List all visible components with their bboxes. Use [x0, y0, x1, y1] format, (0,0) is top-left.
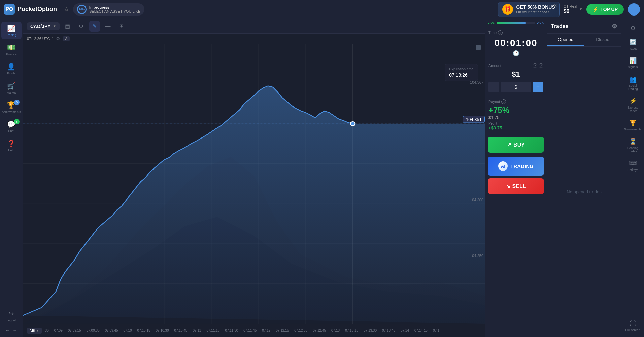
next-arrow-icon[interactable]: → [13, 328, 18, 333]
asset-dropdown-icon: ▼ [53, 24, 56, 28]
left-sidebar: 📈 Trading 💵 Finance 👤 Profile 🛒 Market 🏆… [0, 19, 23, 337]
time-tick-11: 07:11:30 [223, 329, 240, 332]
payout-progress: 75% 25% [485, 19, 547, 27]
asset-selector[interactable]: CAD/JPY ▼ [27, 22, 60, 30]
chart-bar-icon[interactable]: ▤ [62, 21, 73, 32]
rs-item-settings[interactable]: ⚙ [623, 22, 643, 34]
logout-button[interactable]: ↪ Logout [1, 307, 22, 325]
topup-button[interactable]: ⚡ TOP UP [586, 4, 624, 15]
trades-settings-icon[interactable]: ⚙ [612, 23, 617, 30]
chart-nav-arrows: ← → [4, 326, 19, 334]
trades-title: Trades [551, 23, 569, 29]
timeframe-selector[interactable]: M6 ▼ [27, 328, 42, 334]
sell-button[interactable]: ↘ SELL [488, 178, 544, 194]
chart-grid-icon[interactable]: ⊞ [116, 21, 127, 32]
rs-item-signals[interactable]: 📊 Signals [623, 54, 643, 71]
payout-pct-right: 25% [537, 21, 544, 25]
payout-pct-left: 75% [488, 21, 495, 25]
sidebar-item-profile[interactable]: 👤 Profile [1, 60, 22, 78]
price-level-low: 104.250 [470, 254, 483, 258]
chart-area: CAD/JPY ▼ ▤ ⚙ ✎ — ⊞ 07:12:26 UTC-4 ⚙ A [23, 19, 485, 337]
payout-info-icon[interactable]: ? [501, 99, 506, 104]
chart-minus-icon[interactable]: — [103, 21, 113, 32]
time-section: Time ? 00:01:00 🕐 [485, 27, 547, 60]
timeframe-dropdown-icon: ▼ [36, 329, 39, 332]
chart-sliders-icon[interactable]: ⚙ [76, 21, 87, 32]
dropdown-arrow-icon[interactable]: ▼ [579, 7, 582, 11]
rs-item-trades[interactable]: 🔄 Trades [623, 36, 643, 53]
rs-settings-icon: ⚙ [630, 24, 636, 32]
ai-icon: AI [498, 161, 508, 171]
sell-arrow-icon: ↘ [506, 183, 510, 189]
price-level-mid: 104.300 [470, 198, 483, 202]
rs-item-hotkeys[interactable]: ⌨ Hotkeys [623, 157, 643, 174]
chart-time: 07:12:26 UTC-4 [27, 37, 53, 41]
sidebar-item-market[interactable]: 🛒 Market [1, 79, 22, 97]
timer-display: 00:01:00 [488, 36, 543, 50]
amount-reset-icon[interactable]: ↺ [539, 63, 543, 68]
account-info[interactable]: QT Real $0 ▼ [564, 4, 583, 14]
trades-empty-msg: No opened trades [547, 47, 621, 337]
rs-item-express-trades[interactable]: ⚡ Express Trades [623, 95, 643, 115]
payout-percent: +75% [488, 105, 543, 115]
avatar[interactable] [628, 3, 640, 16]
time-tick-5: 07:10 [122, 329, 134, 332]
time-tick-23: 07:1 [431, 329, 441, 332]
profit-label: Profit [488, 121, 543, 125]
ai-trading-button[interactable]: AI TRADING [488, 157, 544, 176]
sidebar-item-help[interactable]: ❓ Help [1, 137, 22, 155]
right-sidebar: ⚙ 🔄 Trades 📊 Signals 👥 Social Trading ⚡ … [621, 19, 644, 337]
payout-progress-bar [497, 22, 535, 24]
chart-settings-icon[interactable]: ⚙ [56, 36, 60, 41]
time-tick-22: 07:14:15 [412, 329, 430, 332]
progress-circle: 20% [77, 5, 87, 14]
progress-info: 20% In progress: SELECT AN ASSET YOU LIK… [73, 3, 144, 16]
profile-icon: 👤 [7, 63, 15, 71]
current-price-label: 104.351 [463, 116, 485, 123]
tab-closed[interactable]: Closed [584, 34, 621, 46]
chart-canvas: 104.367 104.300 104.250 104.351 Expirati… [23, 44, 485, 324]
sidebar-item-achievements[interactable]: 🏆 Achievements 0 [1, 98, 22, 116]
rs-item-fullscreen[interactable]: ⛶ Full screen [623, 317, 643, 334]
bonus-banner: 🎁 GET 50% BONUS On your first deposit ✕ [498, 2, 560, 17]
bonus-close-icon[interactable]: ✕ [554, 3, 557, 8]
profit-amount: +$0.75 [488, 125, 543, 130]
trades-tabs: Opened Closed [547, 34, 621, 47]
time-tick-18: 07:13:15 [343, 329, 360, 332]
chat-badge: 3 [14, 119, 20, 124]
time-tick-15: 07:12:30 [292, 329, 309, 332]
chart-draw-icon[interactable]: ✎ [89, 21, 100, 32]
chart-info-bar: 07:12:26 UTC-4 ⚙ A [23, 34, 485, 44]
prev-arrow-icon[interactable]: ← [5, 328, 10, 333]
market-icon: 🛒 [7, 82, 15, 90]
rs-item-pending-trades[interactable]: ⏳ Pending trades [623, 135, 643, 156]
buy-button[interactable]: ↗ BUY [488, 137, 544, 153]
rs-item-social-trading[interactable]: 👥 Social Trading [623, 73, 643, 93]
rs-express-icon: ⚡ [629, 97, 637, 105]
amount-plus-button[interactable]: + [533, 82, 543, 92]
time-tick-2: 07:09:15 [66, 329, 83, 332]
time-tick-4: 07:09:45 [103, 329, 120, 332]
time-tick-9: 07:11 [191, 329, 203, 332]
rs-social-icon: 👥 [629, 75, 637, 83]
amount-info-icon[interactable]: ? [533, 63, 537, 68]
star-icon[interactable]: ☆ [64, 6, 69, 13]
rs-pending-icon: ⏳ [629, 138, 637, 145]
amount-display: $1 [488, 70, 543, 79]
time-info-icon[interactable]: ? [498, 30, 503, 35]
trades-header: Trades ⚙ [547, 19, 621, 34]
rs-signals-icon: 📊 [629, 57, 637, 64]
sidebar-item-trading[interactable]: 📈 Trading [1, 22, 22, 39]
rs-item-tournaments[interactable]: 🏆 Tournaments [623, 117, 643, 134]
tab-opened[interactable]: Opened [547, 34, 584, 46]
amount-minus-button[interactable]: − [488, 82, 499, 92]
sidebar-item-finance[interactable]: 💵 Finance [1, 41, 22, 59]
buy-arrow-icon: ↗ [507, 142, 511, 148]
time-tick-6: 07:10:15 [135, 329, 152, 332]
finance-icon: 💵 [7, 43, 15, 52]
logo[interactable]: PO PocketOption [4, 4, 57, 15]
rs-fullscreen-icon: ⛶ [630, 320, 636, 327]
sidebar-item-chat[interactable]: 💬 Chat 3 [1, 118, 22, 135]
time-tick-16: 07:12:45 [311, 329, 328, 332]
chart-expand-icon[interactable] [476, 45, 481, 50]
